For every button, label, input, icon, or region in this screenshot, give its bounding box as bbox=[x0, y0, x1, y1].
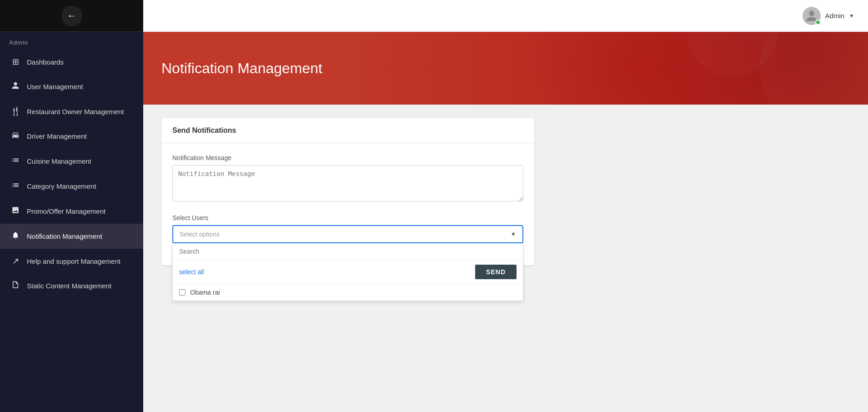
sidebar-item-label: Help and support Management bbox=[27, 257, 120, 265]
chevron-down-icon: ▼ bbox=[511, 231, 516, 237]
sidebar-admin-label: Admin bbox=[0, 32, 143, 50]
sidebar-item-cuisine-management[interactable]: Cuisine Management bbox=[0, 149, 143, 174]
cuisine-icon bbox=[10, 156, 20, 166]
sidebar-item-label: Dashboards bbox=[27, 58, 64, 66]
sidebar: ← Admin ⊞ Dashboards User Management 🍴 R… bbox=[0, 0, 143, 412]
select-options-placeholder: Select options bbox=[180, 231, 220, 238]
select-users-dropdown-wrapper: Select options ▼ select all SEND bbox=[172, 225, 523, 243]
select-all-button[interactable]: select all bbox=[179, 268, 204, 276]
hero-banner: Notification Management bbox=[143, 32, 868, 105]
dropdown-panel: select all SEND Obama rai bbox=[172, 243, 523, 301]
static-content-icon bbox=[10, 281, 20, 291]
sidebar-item-label: Restaurant Owner Management bbox=[27, 108, 124, 116]
sidebar-item-help-support-management[interactable]: ↗ Help and support Management bbox=[0, 249, 143, 273]
dropdown-actions: select all SEND bbox=[173, 260, 523, 284]
dropdown-item-obama-rai: Obama rai bbox=[173, 284, 523, 301]
sidebar-item-label: Static Content Management bbox=[27, 282, 111, 290]
sidebar-item-driver-management[interactable]: Driver Management bbox=[0, 124, 143, 149]
sidebar-item-label: Category Management bbox=[27, 182, 96, 190]
sidebar-toggle-button[interactable]: ← bbox=[61, 5, 82, 26]
content-area: Send Notifications Notification Message … bbox=[143, 105, 868, 279]
topbar-user-menu[interactable]: Admin ▼ bbox=[803, 7, 854, 25]
card-body: Notification Message Select Users Select… bbox=[161, 143, 534, 265]
select-users-group: Select Users Select options ▼ select all… bbox=[172, 214, 523, 243]
hero-banner-bg bbox=[506, 32, 868, 105]
avatar bbox=[803, 7, 821, 25]
category-icon bbox=[10, 181, 20, 191]
toggle-icon: ← bbox=[67, 10, 76, 21]
sidebar-header: ← bbox=[0, 0, 143, 32]
notification-message-label: Notification Message bbox=[172, 154, 523, 161]
sidebar-item-static-content-management[interactable]: Static Content Management bbox=[0, 273, 143, 298]
restaurant-icon: 🍴 bbox=[10, 106, 20, 116]
sidebar-item-label: Driver Management bbox=[27, 132, 87, 140]
sidebar-item-user-management[interactable]: User Management bbox=[0, 74, 143, 99]
sidebar-item-label: Notification Management bbox=[27, 232, 102, 240]
promo-icon bbox=[10, 206, 20, 216]
notification-message-group: Notification Message bbox=[172, 154, 523, 203]
dashboards-icon: ⊞ bbox=[10, 57, 20, 67]
sidebar-item-notification-management[interactable]: Notification Management bbox=[0, 224, 143, 249]
user-icon bbox=[10, 81, 20, 92]
sidebar-item-dashboards[interactable]: ⊞ Dashboards bbox=[0, 50, 143, 74]
card-header: Send Notifications bbox=[161, 118, 534, 143]
topbar: Admin ▼ bbox=[143, 0, 868, 32]
notification-message-textarea[interactable] bbox=[172, 165, 523, 201]
sidebar-item-promo-offer-management[interactable]: Promo/Offer Management bbox=[0, 199, 143, 224]
page-title: Notification Management bbox=[161, 60, 322, 77]
online-status-dot bbox=[815, 20, 821, 25]
sidebar-item-label: Cuisine Management bbox=[27, 157, 91, 165]
obama-rai-label: Obama rai bbox=[190, 289, 220, 296]
send-button[interactable]: SEND bbox=[475, 265, 517, 279]
select-users-dropdown-button[interactable]: Select options ▼ bbox=[172, 225, 523, 243]
main-content: Notification Management Send Notificatio… bbox=[143, 32, 868, 412]
sidebar-item-category-management[interactable]: Category Management bbox=[0, 174, 143, 199]
send-notifications-card: Send Notifications Notification Message … bbox=[161, 118, 534, 265]
topbar-username: Admin bbox=[825, 12, 845, 20]
obama-rai-checkbox[interactable] bbox=[179, 289, 186, 296]
chevron-down-icon: ▼ bbox=[849, 13, 854, 19]
sidebar-item-restaurant-owner-management[interactable]: 🍴 Restaurant Owner Management bbox=[0, 99, 143, 124]
sidebar-item-label: User Management bbox=[27, 83, 83, 90]
dropdown-search-input[interactable] bbox=[173, 243, 523, 260]
help-icon: ↗ bbox=[10, 256, 20, 266]
driver-icon bbox=[10, 131, 20, 141]
sidebar-nav: ⊞ Dashboards User Management 🍴 Restauran… bbox=[0, 50, 143, 298]
select-users-label: Select Users bbox=[172, 214, 523, 221]
notification-icon bbox=[10, 231, 20, 241]
sidebar-item-label: Promo/Offer Management bbox=[27, 207, 105, 215]
